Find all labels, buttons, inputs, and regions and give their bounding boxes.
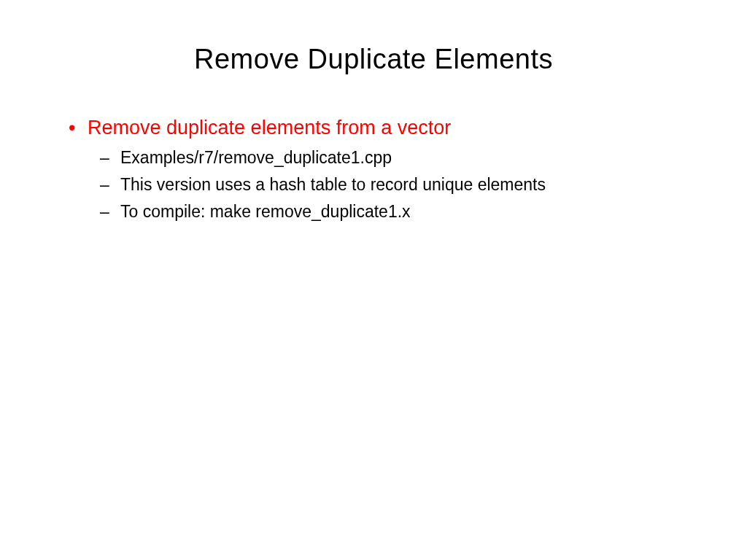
bullet-list-main: Remove duplicate elements from a vector … <box>58 115 689 223</box>
slide-title: Remove Duplicate Elements <box>58 44 689 75</box>
list-item: To compile: make remove_duplicate1.x <box>120 201 689 223</box>
list-item: Examples/r7/remove_duplicate1.cpp <box>120 147 689 169</box>
bullet-list-sub: Examples/r7/remove_duplicate1.cpp This v… <box>88 147 689 223</box>
list-item: Remove duplicate elements from a vector … <box>88 115 689 223</box>
main-bullet-text: Remove duplicate elements from a vector <box>88 117 451 139</box>
list-item: This version uses a hash table to record… <box>120 174 689 196</box>
